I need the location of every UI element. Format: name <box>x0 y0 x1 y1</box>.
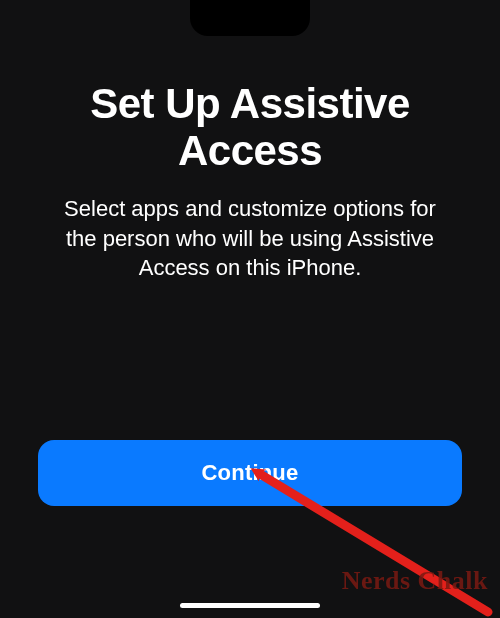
page-title: Set Up Assistive Access <box>38 80 462 174</box>
device-notch <box>190 0 310 36</box>
page-description: Select apps and customize options for th… <box>38 194 462 283</box>
main-content: Set Up Assistive Access Select apps and … <box>0 80 500 283</box>
watermark-text: Nerds Chalk <box>342 566 488 596</box>
continue-button[interactable]: Continue <box>38 440 462 506</box>
continue-button-label: Continue <box>202 460 299 485</box>
home-indicator[interactable] <box>180 603 320 608</box>
